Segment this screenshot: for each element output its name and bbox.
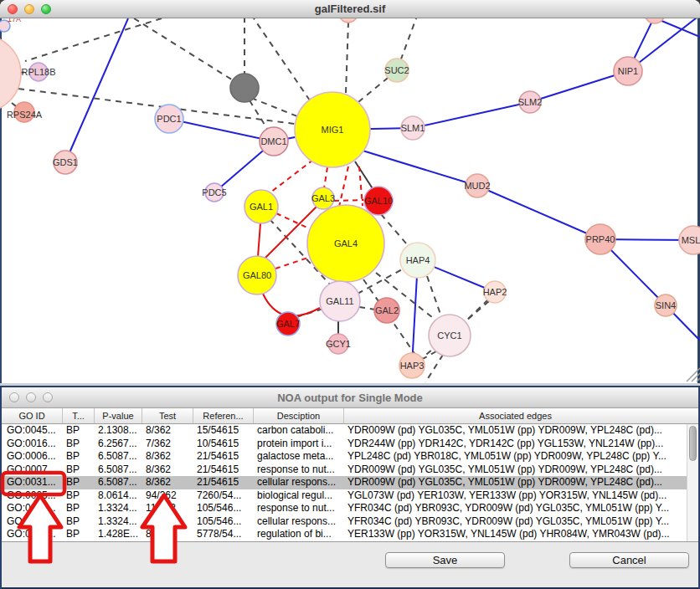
cell: response to nut... <box>253 502 343 515</box>
node-unlabeled[interactable] <box>0 35 21 112</box>
cell: 11/362 <box>142 502 193 515</box>
cell: cellular respons... <box>253 515 343 529</box>
cell: 105/546... <box>193 502 253 515</box>
cell: regulation of bi... <box>253 528 343 541</box>
column-header-5[interactable]: Desciption <box>253 408 343 423</box>
table-row[interactable]: GO:0050...BP1.428E...80/3625778/54...reg… <box>2 528 687 541</box>
edge-blue <box>477 186 600 239</box>
node-label-gal1: GAL1 <box>250 202 273 212</box>
node-label-msl1: MSL1 <box>682 235 700 245</box>
cell: protein import i... <box>253 438 343 451</box>
edge-blue <box>65 18 128 162</box>
table-row[interactable]: GO:0006...BP6.5087...8/36221/54615galact… <box>2 450 687 464</box>
window-title: galFiltered.sif <box>0 3 700 15</box>
cell: 8/362 <box>142 464 193 477</box>
table-body: GO:0045...BP2.1308...8/36215/54615carbon… <box>2 424 687 541</box>
column-header-1[interactable]: T... <box>62 408 94 423</box>
table-row[interactable]: GO:0016...BP6.2567...7/36210/54615protei… <box>2 438 687 451</box>
node-label-gal3: GAL3 <box>311 193 335 203</box>
network-titlebar[interactable]: galFiltered.sif <box>0 0 700 18</box>
cell: cellular respons... <box>253 476 343 489</box>
node-unlabeled[interactable] <box>230 74 259 102</box>
cell: YDR244W (pp) YDR142C, YDR142C (pp) YGL15… <box>343 438 687 451</box>
cell: 8.0614... <box>94 489 142 503</box>
column-header-3[interactable]: Test <box>142 408 193 423</box>
cell: 8/362 <box>142 450 193 464</box>
cell: GO:0031... <box>2 515 62 529</box>
scrollbar-thumb[interactable] <box>689 426 697 461</box>
resize-grip[interactable] <box>687 368 700 382</box>
table-row[interactable]: GO:0007...BP6.5087...8/36221/54615respon… <box>2 464 687 477</box>
table-row[interactable]: GO:0031...BP1.3324...11/362105/546...cel… <box>2 515 687 529</box>
cell: 6.5087... <box>94 450 142 464</box>
cell: 21/54615 <box>193 476 253 489</box>
node-label-gal10: GAL10 <box>364 196 393 206</box>
node-label-pdc5: PDC5 <box>202 187 226 197</box>
cell: BP <box>62 515 94 529</box>
column-header-4[interactable]: Referen... <box>193 408 253 423</box>
node-label-hap4: HAP4 <box>406 255 430 265</box>
node-label-dmc1: DMC1 <box>260 136 286 146</box>
window-title: NOA output for Single Mode <box>2 392 698 404</box>
node-label-gal11: GAL11 <box>326 296 353 306</box>
edge-gray_dashed <box>425 355 443 382</box>
network-canvas[interactable]: 17ARPL18BRPS24AGDS1PDC1DMC1MIG1SUC2SLM1S… <box>0 18 700 383</box>
column-header-6[interactable]: Associated edges <box>343 408 687 423</box>
edge-blue <box>530 71 628 102</box>
column-header-0[interactable]: GO ID <box>2 408 62 423</box>
cell: 21/54615 <box>193 464 253 477</box>
vertical-scrollbar[interactable] <box>687 424 698 541</box>
cell: 15/54615 <box>193 424 253 438</box>
edge-red_solid <box>258 223 260 257</box>
node-unlabeled[interactable] <box>339 18 358 23</box>
edge-red_dashed <box>276 213 309 228</box>
cell: GO:0065... <box>2 489 62 503</box>
table-row[interactable]: GO:0031...BP1.3324...11/362105/546...res… <box>2 502 687 515</box>
column-header-2[interactable]: P-value <box>94 408 142 423</box>
edge-red_dashed <box>324 167 327 188</box>
cell: 94/362 <box>142 489 193 503</box>
noa-window: NOA output for Single Mode GO IDT...P-va… <box>0 386 700 589</box>
noa-titlebar[interactable]: NOA output for Single Mode <box>2 387 698 408</box>
edge-gray_dashed <box>359 307 375 310</box>
cell: biological regul... <box>253 489 343 503</box>
cell: BP <box>62 502 94 515</box>
node-label-mud2: MUD2 <box>464 181 490 191</box>
cell: 7/362 <box>142 438 193 451</box>
node-unlabeled[interactable] <box>645 18 665 23</box>
node-label-slm2: SLM2 <box>518 97 543 107</box>
cell: 1.3324... <box>94 515 142 529</box>
cell: BP <box>62 476 94 489</box>
node-label-nip1: NIP1 <box>618 66 638 76</box>
network-graph: 17ARPL18BRPS24AGDS1PDC1DMC1MIG1SUC2SLM1S… <box>0 18 700 383</box>
cell: BP <box>62 438 94 451</box>
cell: GO:0016... <box>2 438 62 451</box>
edge-gray_dashed <box>250 100 269 131</box>
cell: 11/362 <box>142 515 193 529</box>
table-header[interactable]: GO IDT...P-valueTestReferen...Desciption… <box>2 408 698 424</box>
table-row[interactable]: GO:0065...BP8.0614...94/3627260/54...bio… <box>2 489 687 503</box>
edge-gray_dashed <box>25 18 162 61</box>
node-label-suc2: SUC2 <box>384 65 409 75</box>
cell: YFR034C (pd) YBR093C, YDR009W (pd) YGL03… <box>343 502 687 515</box>
node-label-hap2: HAP2 <box>483 287 507 297</box>
table-row[interactable]: GO:0031...BP6.5087...8/36221/54615cellul… <box>2 476 687 489</box>
cell: BP <box>62 528 94 541</box>
table-row[interactable]: GO:0045...BP2.1308...8/36215/54615carbon… <box>2 424 687 438</box>
cell: GO:0050... <box>2 528 62 541</box>
cell: 21/54615 <box>193 450 253 464</box>
cancel-button[interactable]: Cancel <box>569 552 689 568</box>
cell: GO:0045... <box>2 424 62 438</box>
edge-gray_dashed <box>346 23 348 93</box>
edge-gray_dashed <box>427 276 442 319</box>
cell: carbon cataboli... <box>253 424 343 438</box>
edge-blue <box>660 20 700 37</box>
save-button[interactable]: Save <box>385 552 505 568</box>
node-label-cyc1: CYC1 <box>437 330 461 341</box>
cell: BP <box>62 424 94 438</box>
cell: BP <box>62 450 94 464</box>
edge-red_dashed <box>334 200 364 201</box>
cell: 6.2567... <box>94 438 142 451</box>
cell: 7260/54... <box>193 489 253 503</box>
node-label-gal80: GAL80 <box>243 270 271 280</box>
